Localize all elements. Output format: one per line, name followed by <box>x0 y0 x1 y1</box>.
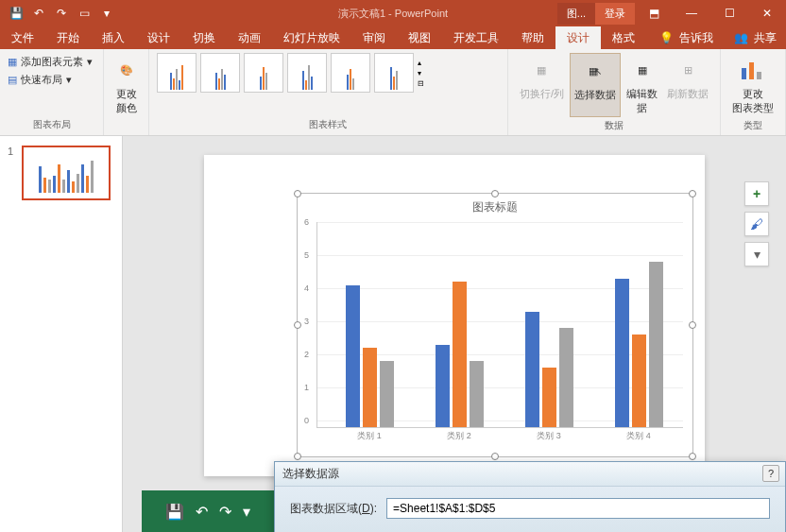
context-tab-image[interactable]: 图... <box>557 3 595 25</box>
maximize-icon[interactable]: ☐ <box>710 0 748 26</box>
styles-more-button[interactable]: ▴▾⊟ <box>418 53 431 93</box>
qat-dropdown-icon[interactable]: ▾ <box>98 5 115 22</box>
ribbon-options-icon[interactable]: ⬒ <box>635 0 673 26</box>
titlebar-right: 图... 登录 ⬒ — ☐ ✕ <box>557 0 786 26</box>
ribbon-group-type: 更改 图表类型 类型 <box>721 49 786 135</box>
undo-icon[interactable]: ↶ <box>30 5 47 22</box>
resize-handle-icon[interactable] <box>491 190 499 197</box>
more-icon: ⊟ <box>418 79 431 88</box>
slide-thumbnail-1[interactable] <box>22 146 111 200</box>
redo-icon[interactable]: ↷ <box>219 503 231 521</box>
tab-chart-design[interactable]: 设计 <box>555 26 601 49</box>
start-slideshow-icon[interactable]: ▭ <box>76 5 93 22</box>
redo-icon[interactable]: ↷ <box>53 5 70 22</box>
style-thumb-5[interactable] <box>331 53 370 93</box>
chevron-down-icon: ▾ <box>418 69 431 77</box>
dialog-titlebar[interactable]: 选择数据源 ? <box>275 462 785 487</box>
tab-devtools[interactable]: 开发工具 <box>442 26 510 49</box>
minimize-icon[interactable]: — <box>673 0 710 26</box>
plus-icon: + <box>753 186 760 201</box>
chart-styles-button[interactable]: 🖌 <box>744 212 769 236</box>
tab-help[interactable]: 帮助 <box>510 26 555 49</box>
excel-quick-bar: 💾 ↶ ↷ ▾ <box>142 490 274 532</box>
chevron-down-icon[interactable]: ▾ <box>243 503 250 521</box>
tab-insert[interactable]: 插入 <box>91 26 136 49</box>
style-thumb-6[interactable] <box>374 53 414 93</box>
tab-format[interactable]: 格式 <box>601 26 646 49</box>
svg-rect-0 <box>742 68 746 79</box>
tab-slideshow[interactable]: 幻灯片放映 <box>272 26 351 49</box>
add-chart-element-button[interactable]: ▦添加图表元素 ▾ <box>8 53 95 71</box>
select-data-source-dialog: 选择数据源 ? 图表数据区域(D): <box>274 461 786 532</box>
ribbon-group-colors: 🎨 更改 颜色 <box>104 49 149 135</box>
chart-side-tools: + 🖌 ▾ <box>744 181 769 266</box>
select-data-button[interactable]: ▦↖ 选择数据 <box>570 53 621 117</box>
tab-file[interactable]: 文件 <box>0 26 45 49</box>
switch-row-col-button: ▦ 切换行/列 <box>516 53 568 117</box>
chart-plot-area[interactable]: 0123456类别 1类别 2类别 3类别 4 <box>316 222 683 428</box>
change-colors-button[interactable]: 🎨 更改 颜色 <box>111 53 141 117</box>
chevron-up-icon: ▴ <box>418 59 431 67</box>
tab-home[interactable]: 开始 <box>45 26 91 49</box>
refresh-data-button: ⊞ 刷新数据 <box>663 53 712 117</box>
close-icon[interactable]: ✕ <box>748 0 786 26</box>
undo-icon[interactable]: ↶ <box>196 503 208 521</box>
style-thumb-2[interactable] <box>200 53 240 93</box>
svg-rect-1 <box>749 62 754 79</box>
tab-design[interactable]: 设计 <box>136 26 181 49</box>
chart-elements-button[interactable]: + <box>744 181 769 206</box>
tab-animation[interactable]: 动画 <box>227 26 272 49</box>
colors-icon: 🎨 <box>111 55 142 85</box>
chart-filters-button[interactable]: ▾ <box>744 242 769 266</box>
chart-type-icon <box>738 55 768 85</box>
save-icon[interactable]: 💾 <box>8 5 25 22</box>
style-thumb-4[interactable] <box>287 53 327 93</box>
tellme-label[interactable]: 告诉我 <box>679 30 713 46</box>
quick-access-toolbar: 💾 ↶ ↷ ▭ ▾ <box>0 5 115 22</box>
style-thumb-1[interactable] <box>157 53 196 93</box>
resize-handle-icon[interactable] <box>294 321 301 329</box>
ribbon-group-layout: ▦添加图表元素 ▾ ▤快速布局 ▾ 图表布局 <box>0 49 104 135</box>
svg-rect-2 <box>757 72 761 79</box>
group-label-styles: 图表样式 <box>157 116 500 131</box>
select-data-icon: ▦↖ <box>580 56 610 86</box>
login-button[interactable]: 登录 <box>595 3 635 25</box>
edit-data-icon: ▦ <box>627 55 658 85</box>
group-label-layout: 图表布局 <box>8 116 95 131</box>
brush-icon: 🖌 <box>750 216 763 232</box>
resize-handle-icon[interactable] <box>491 453 499 460</box>
group-label-data: 数据 <box>516 117 712 132</box>
tab-view[interactable]: 视图 <box>397 26 442 49</box>
group-label-type: 类型 <box>728 117 777 132</box>
tab-transition[interactable]: 切换 <box>181 26 227 49</box>
ribbon: ▦添加图表元素 ▾ ▤快速布局 ▾ 图表布局 🎨 更改 颜色 ▴▾⊟ 图表样式 … <box>0 49 786 136</box>
chart-title[interactable]: 图表标题 <box>298 194 692 221</box>
titlebar: 💾 ↶ ↷ ▭ ▾ 演示文稿1 - PowerPoint 图... 登录 ⬒ —… <box>0 0 786 26</box>
resize-handle-icon[interactable] <box>689 321 696 329</box>
save-icon[interactable]: 💾 <box>165 503 184 521</box>
help-icon[interactable]: ? <box>762 465 779 482</box>
style-thumb-3[interactable] <box>244 53 283 93</box>
change-chart-type-button[interactable]: 更改 图表类型 <box>728 53 777 117</box>
quick-layout-icon: ▤ <box>8 74 17 86</box>
chevron-down-icon: ▾ <box>87 56 93 68</box>
resize-handle-icon[interactable] <box>294 190 301 197</box>
tab-review[interactable]: 审阅 <box>351 26 397 49</box>
slide[interactable]: 图表标题 0123456类别 1类别 2类别 3类别 4 <box>204 155 705 476</box>
share-button[interactable]: 共享 <box>754 30 777 46</box>
resize-handle-icon[interactable] <box>294 453 301 460</box>
range-label: 图表数据区域(D): <box>290 501 377 517</box>
quick-layout-button[interactable]: ▤快速布局 ▾ <box>8 71 95 89</box>
edit-data-button[interactable]: ▦ 编辑数 据 <box>623 53 661 117</box>
window-title: 演示文稿1 - PowerPoint <box>338 7 448 21</box>
data-range-input[interactable] <box>386 498 770 519</box>
dialog-title-text: 选择数据源 <box>282 466 339 482</box>
resize-handle-icon[interactable] <box>689 190 696 197</box>
chart-object[interactable]: 图表标题 0123456类别 1类别 2类别 3类别 4 <box>297 193 693 457</box>
resize-handle-icon[interactable] <box>689 453 696 460</box>
slide-thumbnails-panel: 1 <box>0 136 123 532</box>
funnel-icon: ▾ <box>754 247 760 262</box>
cursor-icon: ↖ <box>594 66 602 77</box>
ribbon-group-data: ▦ 切换行/列 ▦↖ 选择数据 ▦ 编辑数 据 ⊞ 刷新数据 数据 <box>508 49 721 135</box>
switch-icon: ▦ <box>526 55 556 85</box>
